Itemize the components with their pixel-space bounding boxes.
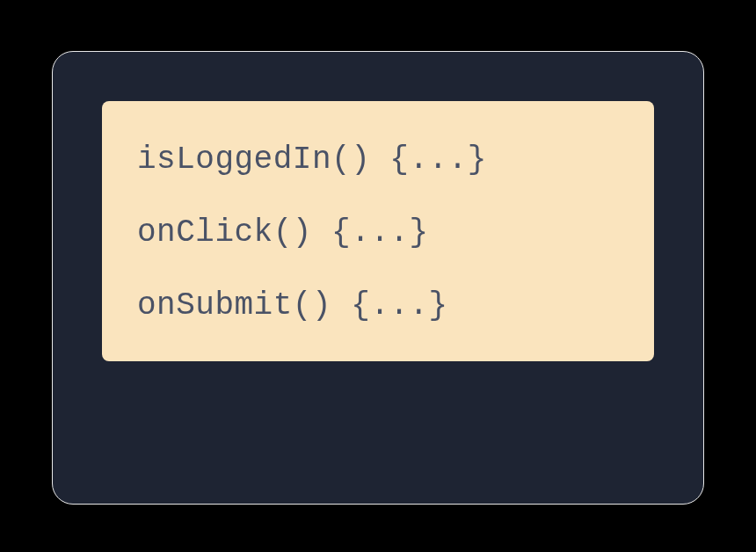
code-line: onClick() {...} — [137, 213, 619, 254]
code-line: onSubmit() {...} — [137, 286, 619, 327]
code-block: isLoggedIn() {...} onClick() {...} onSub… — [102, 101, 654, 361]
outer-panel: isLoggedIn() {...} onClick() {...} onSub… — [52, 51, 704, 505]
code-line: isLoggedIn() {...} — [137, 140, 619, 181]
